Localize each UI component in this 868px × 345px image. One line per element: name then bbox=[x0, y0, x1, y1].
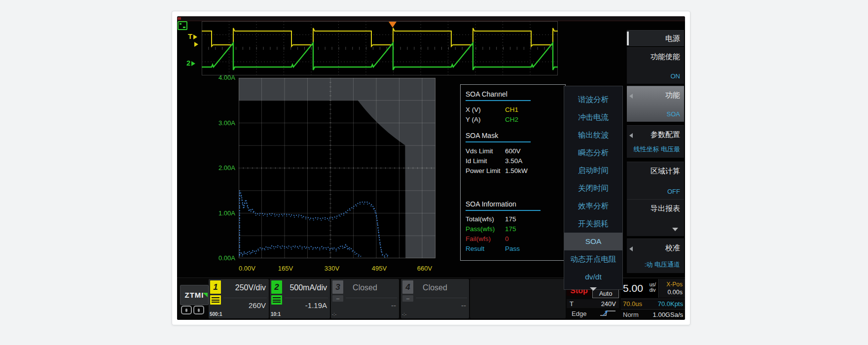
soa-info-panel: SOA Channel X (V) CH1 Y (A) CH2 SOA Mask… bbox=[460, 84, 566, 261]
menu-scroll-down-icon[interactable] bbox=[590, 287, 597, 291]
touch-gesture-icon[interactable] bbox=[181, 306, 192, 314]
analysis-dropdown-menu: 谐波分析冲击电流输出纹波瞬态分析启动时间关闭时间效率分析开关损耗SOA动态开点电… bbox=[564, 86, 623, 290]
sidebar-item-5[interactable]: 导出报表 bbox=[627, 199, 684, 236]
trigger-level-row[interactable]: T 240V bbox=[567, 299, 619, 308]
menu-item-1[interactable]: 冲击电流 bbox=[564, 108, 622, 126]
menu-item-6[interactable]: 效率分析 bbox=[564, 197, 622, 215]
expand-left-icon bbox=[629, 94, 633, 99]
divider bbox=[466, 100, 531, 101]
panel-row: Vds Limit 600V bbox=[466, 146, 565, 156]
soa-plot bbox=[239, 78, 435, 258]
channel-offset-label: -- bbox=[461, 301, 466, 310]
x-axis-tick-label: 495V bbox=[363, 265, 395, 272]
sidebar-item-0[interactable]: 电源 bbox=[627, 30, 684, 46]
menu-item-soa[interactable]: SOA bbox=[564, 233, 622, 250]
trigger-type-row[interactable]: Edge bbox=[567, 309, 619, 318]
panel-row: Fail(wfs) 0 bbox=[466, 234, 565, 244]
y-axis-tick-label: 4.00A bbox=[207, 74, 235, 81]
sidebar-item-6[interactable]: 校准动 电压通道: bbox=[627, 239, 684, 273]
divider bbox=[466, 210, 541, 211]
channel-scale-label: Closed bbox=[331, 283, 399, 292]
divider bbox=[466, 141, 531, 142]
sidebar-item-label: 功能使能 bbox=[651, 52, 680, 62]
sidebar-item-2[interactable]: 功能SOA bbox=[627, 86, 684, 122]
screenshot-card: T 2 SOA Channel X (V) CH1 Y (A) CH2 SOA … bbox=[172, 11, 690, 325]
menu-item-4[interactable]: 启动时间 bbox=[564, 162, 622, 179]
sidebar-item-4[interactable]: 区域计算OFF bbox=[627, 162, 684, 199]
divider bbox=[416, 298, 467, 298]
x-axis-tick-label: 660V bbox=[409, 265, 440, 272]
y-axis-tick-label: 3.00A bbox=[207, 119, 235, 127]
sidebar-item-value: 动 电压通道: bbox=[645, 260, 680, 269]
panel-row: Result Pass bbox=[466, 244, 565, 254]
channel-closed-icon: – bbox=[402, 295, 413, 302]
screen-capture-icon[interactable] bbox=[178, 21, 187, 30]
channel-scale-label: 500mA/div bbox=[289, 283, 327, 292]
divider bbox=[346, 298, 397, 298]
x-axis-tick-label: 0.00V bbox=[231, 265, 263, 272]
y-axis-tick-label: 0.00A bbox=[207, 254, 235, 262]
panel-row: Total(wfs) 175 bbox=[466, 214, 565, 224]
oscilloscope-screen: T 2 SOA Channel X (V) CH1 Y (A) CH2 SOA … bbox=[177, 16, 685, 320]
channel-offset-label: 260V bbox=[249, 301, 266, 310]
y-axis-tick-label: 2.00A bbox=[207, 164, 235, 172]
channel2-position-marker[interactable]: 2 bbox=[186, 59, 195, 67]
expand-left-icon bbox=[629, 246, 633, 251]
panel-row: Power Limit 1.50kW bbox=[466, 166, 565, 176]
channel-3-status[interactable]: 3–-:-Closed-- bbox=[331, 279, 399, 318]
sidebar-item-1[interactable]: 功能使能ON bbox=[627, 47, 684, 84]
probe-ratio-label: -:- bbox=[332, 311, 336, 317]
waveform-traces bbox=[202, 21, 558, 75]
timebase-unit: us/div bbox=[650, 282, 656, 293]
channel-offset-label: -1.19A bbox=[305, 301, 327, 310]
divider bbox=[223, 298, 267, 298]
channel-1-badge[interactable]: 1 bbox=[210, 280, 221, 294]
horizontal-position[interactable]: X-Pos 0.00s bbox=[659, 279, 685, 298]
sidebar-item-value: SOA bbox=[667, 110, 680, 118]
menu-item-0[interactable]: 谐波分析 bbox=[564, 91, 622, 108]
probe-ratio-label: 10:1 bbox=[271, 311, 281, 317]
panel-row: Pass(wfs) 175 bbox=[466, 224, 565, 234]
channel-2-badge[interactable]: 2 bbox=[271, 280, 282, 294]
menu-item-3[interactable]: 瞬态分析 bbox=[564, 144, 622, 162]
waveform-strip bbox=[202, 21, 558, 75]
trigger-arrow-icon bbox=[193, 34, 197, 39]
panel-row: Y (A) CH2 bbox=[466, 115, 565, 125]
record-indicator-icon bbox=[178, 17, 181, 20]
rising-edge-icon bbox=[599, 310, 617, 318]
touch-buttons bbox=[181, 306, 209, 317]
menu-item-9[interactable]: 动态开点电阻 bbox=[564, 250, 622, 268]
sidebar-item-label: 参数配置 bbox=[651, 130, 680, 139]
soa-mask-title: SOA Mask bbox=[466, 132, 565, 139]
channel-scale-label: 250V/div bbox=[235, 283, 266, 292]
menu-item-7[interactable]: 开关损耗 bbox=[564, 215, 622, 233]
touch-drag-icon[interactable] bbox=[193, 306, 204, 314]
sidebar-item-label: 导出报表 bbox=[651, 204, 680, 213]
panel-row: X (V) CH1 bbox=[466, 105, 565, 115]
x-axis-tick-label: 330V bbox=[316, 265, 348, 272]
empty-zone bbox=[470, 279, 566, 318]
active-tab-marker bbox=[627, 32, 629, 45]
menu-item-2[interactable]: 输出纹波 bbox=[564, 126, 622, 144]
channel-closed-icon: – bbox=[332, 295, 343, 302]
probe-ratio-label: -:- bbox=[402, 311, 406, 317]
channel-1-status[interactable]: 1500:1250V/div260V bbox=[209, 279, 269, 318]
expand-left-icon bbox=[629, 133, 633, 138]
menu-item-10[interactable]: dv/dt bbox=[564, 268, 622, 286]
channel-2-status[interactable]: 210:1500mA/div-1.19A bbox=[270, 279, 330, 318]
sidebar-item-value: OFF bbox=[667, 188, 680, 195]
channel2-arrow-icon bbox=[191, 61, 195, 66]
soa-channel-title: SOA Channel bbox=[466, 90, 565, 98]
top-status-strip bbox=[177, 16, 685, 21]
trigger-level-marker-2[interactable] bbox=[193, 39, 198, 48]
x-axis-tick-label: 165V bbox=[270, 265, 301, 272]
sidebar-item-3[interactable]: 参数配置线性坐标 电压最 bbox=[627, 125, 684, 158]
channel-offset-label: -- bbox=[391, 301, 396, 310]
sidebar-item-label: 校准 bbox=[665, 243, 680, 253]
dropdown-down-icon bbox=[672, 228, 678, 231]
channel-scale-label: Closed bbox=[401, 283, 469, 292]
trigger-position-marker[interactable] bbox=[389, 22, 397, 28]
channel-4-status[interactable]: 4–-:-Closed-- bbox=[401, 279, 469, 318]
timebase-control[interactable]: 5.00 us/div bbox=[621, 279, 659, 298]
menu-item-5[interactable]: 关闭时间 bbox=[564, 179, 622, 197]
